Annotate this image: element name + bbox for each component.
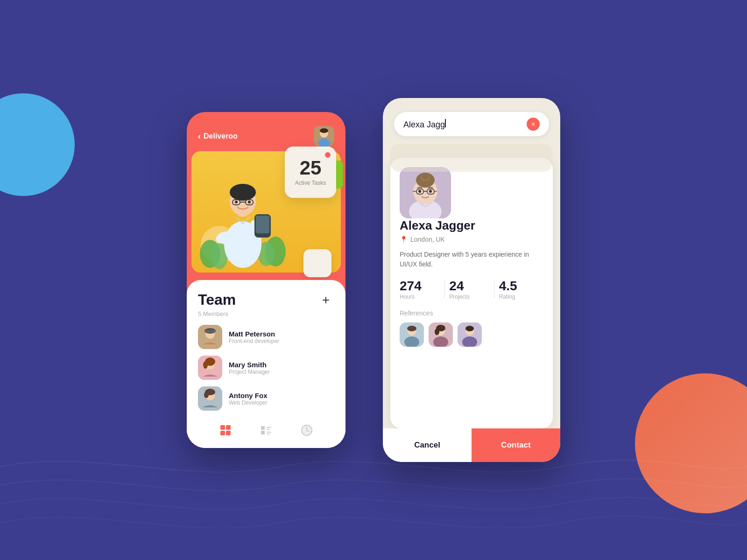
antony-avatar — [198, 386, 222, 411]
search-bar-wrap: Alexa Jagg × — [383, 98, 560, 144]
left-header: ‹ Deliveroo — [187, 112, 345, 151]
svg-point-61 — [429, 190, 432, 193]
svg-rect-37 — [226, 431, 231, 435]
svg-rect-43 — [267, 434, 270, 434]
projects-label: Projects — [449, 294, 469, 300]
svg-point-65 — [407, 326, 416, 331]
svg-rect-38 — [261, 426, 265, 430]
grid-nav-icon[interactable] — [219, 424, 232, 437]
hero-person-illustration — [196, 165, 289, 273]
search-input[interactable]: Alexa Jagg — [403, 119, 527, 130]
ref1-svg — [400, 322, 424, 347]
member-item[interactable]: Mary Smith Project Manager — [198, 356, 334, 380]
search-to-card-gap — [390, 144, 553, 153]
mary-avatar — [198, 356, 222, 380]
profile-card: Alexa Jagger 📍 London, UK Product Design… — [390, 158, 553, 428]
chevron-left-icon: ‹ — [198, 132, 201, 141]
svg-point-29 — [203, 361, 208, 369]
ref3-svg — [458, 322, 482, 347]
search-value: Alexa Jagg — [403, 120, 445, 129]
references-label: References — [400, 309, 543, 317]
svg-rect-34 — [220, 425, 225, 430]
list-icon — [260, 424, 272, 436]
svg-point-70 — [435, 329, 439, 335]
cancel-button[interactable]: Cancel — [383, 428, 472, 462]
phones-container: ‹ Deliveroo — [187, 98, 560, 462]
phone-left: ‹ Deliveroo — [187, 112, 345, 448]
bg-shape — [390, 144, 553, 172]
projects-value: 24 — [449, 279, 464, 294]
phone-right-inner: Alexa Jagg × — [383, 98, 560, 462]
clock-icon — [300, 424, 313, 437]
reference-avatar-3[interactable] — [458, 322, 482, 347]
bottom-nav — [187, 416, 345, 448]
ref2-svg — [429, 322, 453, 347]
svg-rect-25 — [204, 330, 216, 332]
svg-point-18 — [248, 201, 251, 203]
task-dot — [325, 152, 331, 158]
profile-photo — [400, 167, 451, 218]
add-member-button[interactable]: + — [317, 292, 334, 308]
clock-nav-icon[interactable] — [300, 424, 313, 437]
task-card: 25 Active Tasks — [285, 147, 336, 198]
hours-value: 274 — [400, 279, 422, 294]
matt-avatar — [198, 325, 222, 349]
antony-avatar-svg — [198, 386, 222, 411]
back-button[interactable]: ‹ Deliveroo — [198, 132, 238, 141]
rating-value: 4.5 — [499, 279, 517, 294]
list-nav-icon[interactable] — [260, 424, 273, 437]
svg-point-60 — [418, 190, 421, 193]
matt-role: Front-end developer — [229, 338, 279, 344]
search-bar[interactable]: Alexa Jagg × — [394, 112, 549, 136]
app-title: Deliveroo — [204, 132, 238, 140]
member-item[interactable]: Matt Peterson Front-end developer — [198, 325, 334, 349]
stat-rating: 4.5 Rating — [494, 279, 543, 300]
references-row — [400, 322, 543, 347]
stat-hours: 274 Hours — [400, 279, 444, 300]
svg-point-54 — [422, 173, 429, 180]
matt-info: Matt Peterson Front-end developer — [229, 330, 279, 344]
profile-name: Alexa Jagger — [400, 218, 543, 233]
svg-rect-36 — [220, 431, 225, 435]
antony-role: Web Developer — [229, 399, 268, 406]
avatar-svg — [314, 126, 334, 147]
stats-row: 274 Hours 24 Projects 4.5 Rating — [400, 279, 543, 300]
mary-info: Mary Smith Project Manager — [229, 361, 270, 375]
reference-avatar-1[interactable] — [400, 322, 424, 347]
svg-rect-40 — [267, 429, 270, 430]
mary-avatar-svg — [198, 356, 222, 380]
svg-point-33 — [204, 392, 209, 398]
hero-area: 25 Active Tasks — [191, 151, 341, 273]
antony-name: Antony Fox — [229, 392, 268, 399]
location-text: London, UK — [410, 236, 445, 243]
svg-point-74 — [465, 326, 474, 331]
member-item[interactable]: Antony Fox Web Developer — [198, 386, 334, 411]
reference-avatar-2[interactable] — [429, 322, 453, 347]
svg-rect-39 — [267, 427, 271, 428]
matt-name: Matt Peterson — [229, 330, 279, 338]
svg-rect-21 — [256, 216, 269, 233]
hours-label: Hours — [400, 294, 415, 300]
mary-role: Project Manager — [229, 369, 270, 375]
task-number: 25 — [300, 158, 322, 178]
svg-point-13 — [230, 184, 256, 201]
task-label: Active Tasks — [295, 180, 326, 186]
svg-point-17 — [235, 201, 238, 203]
grid-icon — [219, 424, 232, 436]
svg-rect-42 — [267, 432, 271, 433]
team-header: Team + — [198, 291, 334, 308]
phone-right: Alexa Jagg × — [383, 98, 560, 462]
profile-bio: Product Designer with 5 years expierienc… — [400, 250, 543, 269]
bg-circle-blue — [0, 93, 75, 196]
stat-projects: 24 Projects — [444, 279, 493, 300]
contact-button[interactable]: Contact — [472, 428, 560, 462]
team-count: 5 Members — [198, 310, 334, 317]
team-title: Team — [198, 291, 236, 308]
search-clear-button[interactable]: × — [527, 118, 540, 131]
small-card-decoration — [303, 249, 331, 277]
antony-info: Antony Fox Web Developer — [229, 392, 268, 406]
bottom-buttons: Cancel Contact — [383, 428, 560, 462]
user-avatar-thumb[interactable] — [314, 126, 334, 147]
profile-location: 📍 London, UK — [400, 236, 543, 243]
search-cursor — [445, 119, 446, 127]
